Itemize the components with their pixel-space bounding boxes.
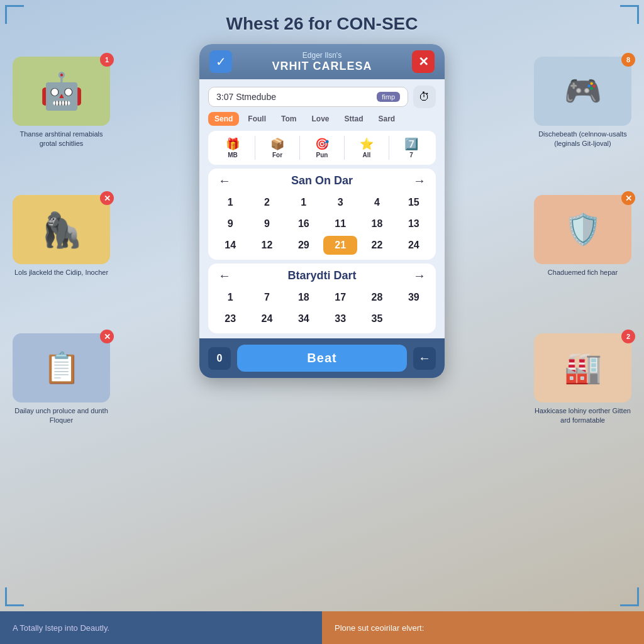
left-panel-3: ✕ 📋 Dailay unch proluce and dunth Floque… [13, 333, 110, 426]
search-input[interactable]: 3:07 Stmedube fimp [208, 87, 408, 107]
cal1-header: ← San On Dar → [213, 174, 431, 188]
cal1-grid: 1 2 1 3 4 15 9 9 16 11 18 13 14 12 29 21… [213, 193, 431, 255]
cal-cell[interactable]: 24 [250, 309, 284, 328]
cal-cell-today[interactable]: 21 [323, 236, 357, 255]
cal1-prev[interactable]: ← [213, 174, 236, 188]
stat-pun: 🎯 Pun [300, 136, 345, 160]
left-panel-2: ✕ 🦍 Lols jlackeld the Cidip, Inocher [13, 195, 110, 277]
footer-right: Plone sut ceoirilar elvert: [322, 611, 644, 644]
right-panel-2-text: Chaduemed fich hepar [534, 268, 631, 277]
cal-cell[interactable]: 39 [397, 288, 431, 307]
dialog-title: VRHIT CARLESA [232, 60, 412, 73]
cal-cell[interactable]: 11 [323, 214, 357, 233]
footer-left: A Totally lstep into Deautly. [0, 611, 322, 644]
cal-cell[interactable]: 16 [287, 214, 321, 233]
corner-decoration-tr [620, 5, 639, 24]
cal-cell[interactable]: 1 [213, 288, 247, 307]
cal-cell[interactable]: 4 [360, 193, 394, 212]
char-mascots-icon: 🎮 [564, 74, 602, 109]
check-button[interactable]: ✓ [209, 50, 232, 73]
counter-display: 0 [208, 347, 231, 370]
cal-cell[interactable]: 24 [397, 236, 431, 255]
back-button[interactable]: ← [413, 347, 436, 370]
cal-cell[interactable]: 1 [287, 193, 321, 212]
cal-cell[interactable]: 14 [213, 236, 247, 255]
stat-all: ⭐ All [345, 136, 389, 160]
cal2-next[interactable]: → [408, 269, 431, 283]
right-panel-2: ✕ 🛡️ Chaduemed fich hepar [534, 195, 631, 277]
stat-for-val: For [258, 152, 297, 158]
right-card-1: 8 🎮 [534, 57, 631, 126]
stat-all-val: All [347, 152, 386, 158]
cal-cell[interactable]: 34 [287, 309, 321, 328]
right-card-2: ✕ 🛡️ [534, 195, 631, 264]
corner-decoration-br [620, 587, 639, 606]
right-panel-3-text: Haxkicase lohiny eorther Gitten ard form… [534, 406, 631, 426]
tab-send[interactable]: Send [208, 112, 239, 126]
dialog-subtitle: Edger Ilsn's [232, 51, 412, 60]
stat-mb-icon: 🎁 [213, 137, 252, 151]
beat-button[interactable]: Beat [237, 345, 407, 372]
right-card-3: 2 🏭 [534, 333, 631, 402]
badge-2: ✕ [100, 191, 114, 205]
cal-cell[interactable]: 33 [323, 309, 357, 328]
footer-left-text: A Totally lstep into Deautly. [13, 623, 109, 633]
close-button[interactable]: ✕ [412, 50, 435, 73]
cal1-next[interactable]: → [408, 174, 431, 188]
cal2-grid: 1 7 18 17 28 39 23 24 34 33 35 [213, 288, 431, 328]
stat-7-val: 7 [392, 152, 431, 158]
dialog-bottom-bar: 0 Beat ← [199, 338, 445, 378]
cal-cell[interactable]: 9 [250, 214, 284, 233]
stat-for: 📦 For [255, 136, 300, 160]
cal-cell[interactable]: 13 [397, 214, 431, 233]
cal-cell[interactable]: 18 [287, 288, 321, 307]
cal-cell[interactable]: 29 [287, 236, 321, 255]
stat-all-icon: ⭐ [347, 137, 386, 151]
cal-cell[interactable]: 15 [397, 193, 431, 212]
corner-decoration-tl [5, 5, 24, 24]
search-row: 3:07 Stmedube fimp ⏱ [199, 79, 445, 112]
cal-cell[interactable]: 12 [250, 236, 284, 255]
cal-cell[interactable]: 3 [323, 193, 357, 212]
stats-row: 🎁 MB 📦 For 🎯 Pun ⭐ All 7️⃣ 7 [208, 131, 436, 165]
cal-cell[interactable]: 23 [213, 309, 247, 328]
stat-7-icon: 7️⃣ [392, 137, 431, 151]
cal-cell[interactable]: 9 [213, 214, 247, 233]
cal-cell[interactable]: 17 [323, 288, 357, 307]
right-panel-1-text: Dischebeath (celnnow-usalts (leginals Gi… [534, 130, 631, 149]
tab-sttad[interactable]: Sttad [338, 112, 369, 126]
badge-r1: 8 [621, 53, 635, 67]
cal2-prev[interactable]: ← [213, 269, 236, 283]
tab-tom[interactable]: Tom [275, 112, 303, 126]
tab-love[interactable]: Love [305, 112, 335, 126]
corner-decoration-bl [5, 587, 24, 606]
right-panel-3: 2 🏭 Haxkicase lohiny eorther Gitten ard … [534, 333, 631, 426]
cal-cell[interactable]: 2 [250, 193, 284, 212]
stat-mb: 🎁 MB [211, 136, 255, 160]
char-shield-icon: 🛡️ [564, 212, 602, 247]
stat-pun-icon: 🎯 [303, 137, 341, 151]
footer-bar: A Totally lstep into Deautly. Plone sut … [0, 611, 644, 644]
cal-cell[interactable]: 35 [360, 309, 394, 328]
left-card-1: 1 🤖 [13, 57, 110, 126]
cal1-title: San On Dar [291, 174, 353, 187]
stat-for-icon: 📦 [258, 137, 297, 151]
tab-sard[interactable]: Sard [372, 112, 401, 126]
right-panel-1: 8 🎮 Dischebeath (celnnow-usalts (leginal… [534, 57, 631, 149]
search-icon-btn[interactable]: ⏱ [413, 86, 436, 108]
calendar-2: ← Btarydti Dart → 1 7 18 17 28 39 23 24 … [208, 264, 436, 333]
cal-cell[interactable]: 1 [213, 193, 247, 212]
cal-cell[interactable]: 28 [360, 288, 394, 307]
stat-pun-val: Pun [303, 152, 341, 158]
cal-cell[interactable]: 7 [250, 288, 284, 307]
badge-3: ✕ [100, 330, 114, 343]
left-card-3: ✕ 📋 [13, 333, 110, 402]
cal2-header: ← Btarydti Dart → [213, 269, 431, 283]
page-title: Whest 26 for CON-SEC [226, 14, 418, 34]
cal-cell[interactable]: 18 [360, 214, 394, 233]
left-panel-2-text: Lols jlackeld the Cidip, Inocher [13, 268, 110, 277]
calendar-1: ← San On Dar → 1 2 1 3 4 15 9 9 16 11 18… [208, 169, 436, 260]
tab-foull[interactable]: Foull [242, 112, 272, 126]
cal-cell[interactable]: 22 [360, 236, 394, 255]
tab-row: Send Foull Tom Love Sttad Sard [199, 112, 445, 131]
